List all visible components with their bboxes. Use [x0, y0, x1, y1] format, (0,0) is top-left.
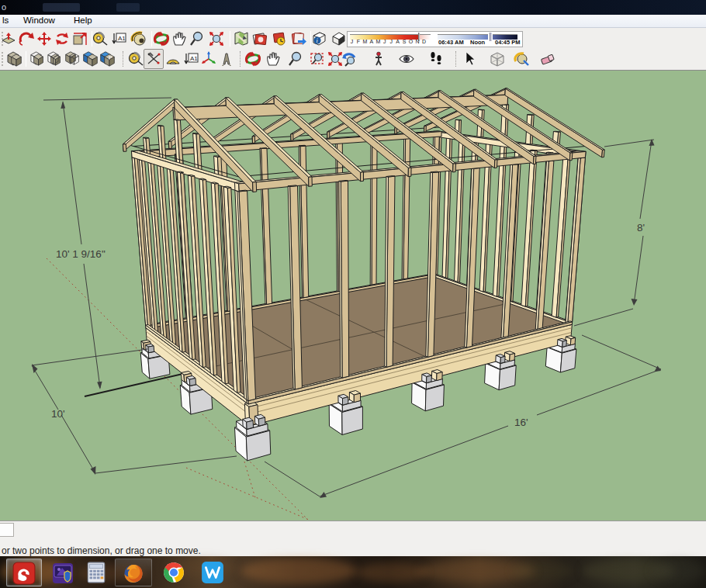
svg-text:P: P: [109, 55, 112, 61]
svg-text:10': 10': [51, 408, 65, 420]
svg-text:16': 16': [514, 417, 528, 428]
svg-text:10' 1 9/16": 10' 1 9/16": [56, 248, 106, 260]
svg-text:A1: A1: [190, 55, 198, 62]
svg-text:A1: A1: [118, 35, 126, 42]
svg-text:i: i: [317, 37, 318, 44]
svg-text:8': 8': [637, 222, 645, 233]
